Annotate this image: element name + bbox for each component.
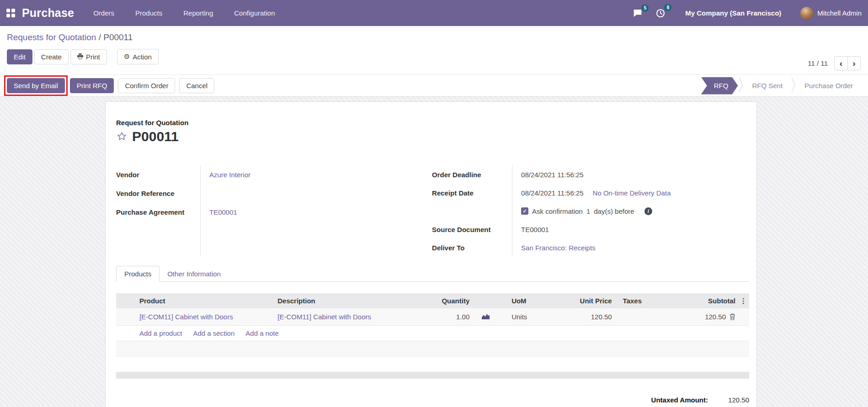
field-group-right: Order Deadline Receipt Date Source Docum… xyxy=(432,165,749,257)
record-reference: P00011 xyxy=(132,129,179,144)
app-brand[interactable]: Purchase xyxy=(22,6,74,20)
stage-rfq-sent[interactable]: RFQ Sent xyxy=(744,77,790,95)
empty-table-row xyxy=(116,341,749,357)
field-label-vendor: Vendor xyxy=(116,165,200,184)
messages-button[interactable]: 5 xyxy=(633,7,645,19)
doc-type-label: Request for Quotation xyxy=(116,119,749,127)
field-label-purchase-agreement: Purchase Agreement xyxy=(116,203,200,222)
field-label-order-deadline: Order Deadline xyxy=(432,165,512,184)
order-lines-table: Product Description Quantity UoM Unit Pr… xyxy=(116,293,749,379)
untaxed-amount-value: 120.50 xyxy=(708,396,749,404)
field-label-receipt-date: Receipt Date xyxy=(432,184,512,202)
confirmation-days-suffix: day(s) before xyxy=(594,207,634,215)
menu-products[interactable]: Products xyxy=(135,9,162,17)
checkmark-icon: ✓ xyxy=(522,208,527,214)
action-button[interactable]: ⚙ Action xyxy=(117,49,159,64)
field-value-source-document: TE00001 xyxy=(521,226,549,233)
column-header-description: Description xyxy=(274,293,410,308)
edit-button[interactable]: Edit xyxy=(7,49,32,64)
field-value-vendor[interactable]: Azure Interior xyxy=(209,171,250,179)
print-rfq-button[interactable]: Print RFQ xyxy=(70,78,114,93)
messages-badge: 5 xyxy=(641,5,649,11)
user-menu[interactable]: Mitchell Admin xyxy=(800,7,862,20)
tutorial-highlight-box: Send by Email xyxy=(4,75,68,96)
field-label-source-document: Source Document xyxy=(432,220,512,238)
statusbar-stages: RFQ RFQ Sent Purchase Order xyxy=(701,77,861,95)
field-group-left: Vendor Vendor Reference Purchase Agreeme… xyxy=(116,165,399,257)
row-handle xyxy=(116,308,136,325)
action-button-label: Action xyxy=(133,53,152,61)
empty-table-row xyxy=(116,357,749,372)
column-header-product: Product xyxy=(136,293,274,308)
optional-columns-toggle[interactable]: ⋮ xyxy=(740,297,747,305)
apps-menu-icon[interactable] xyxy=(6,9,16,18)
add-a-section-link[interactable]: Add a section xyxy=(193,329,234,337)
menu-reporting[interactable]: Reporting xyxy=(183,9,213,17)
pager-next-button[interactable]: › xyxy=(847,56,861,70)
favorite-star-icon[interactable] xyxy=(116,131,128,142)
confirm-order-button[interactable]: Confirm Order xyxy=(118,78,175,93)
field-value-receipt-date: 08/24/2021 11:56:25 xyxy=(521,189,584,197)
chat-bubble-icon xyxy=(633,11,642,19)
chevron-right-icon: › xyxy=(852,58,855,69)
forecast-chart-icon[interactable] xyxy=(481,313,490,321)
pager: 11 / 11 ‹ › xyxy=(808,56,861,70)
printer-icon xyxy=(77,53,83,61)
row-description: [E-COM11] Cabinet with Doors xyxy=(274,308,410,325)
menu-configuration[interactable]: Configuration xyxy=(234,9,275,17)
cancel-button[interactable]: Cancel xyxy=(179,78,214,93)
pager-previous-button[interactable]: ‹ xyxy=(834,56,847,70)
activities-button[interactable]: 8 xyxy=(656,7,668,19)
row-unit-price: 120.50 xyxy=(544,308,615,325)
form-view-background: Request for Quotation P00011 Vendor Vend… xyxy=(0,97,868,407)
user-name: Mitchell Admin xyxy=(817,9,862,17)
control-panel-buttons: Edit Create Print ⚙ Action xyxy=(7,49,861,64)
field-value-deliver-to[interactable]: San Francisco: Receipts xyxy=(521,244,596,252)
table-header-row: Product Description Quantity UoM Unit Pr… xyxy=(116,293,749,308)
row-subtotal: 120.50 xyxy=(705,313,726,321)
chevron-left-icon: ‹ xyxy=(840,58,842,69)
field-value-purchase-agreement[interactable]: TE00001 xyxy=(209,208,237,216)
table-row: [E-COM11] Cabinet with Doors [E-COM11] C… xyxy=(116,308,749,326)
menu-orders[interactable]: Orders xyxy=(93,9,114,17)
breadcrumb-parent-link[interactable]: Requests for Quotation xyxy=(7,32,96,42)
row-uom: Units xyxy=(499,308,544,325)
form-sheet: Request for Quotation P00011 Vendor Vend… xyxy=(105,101,757,407)
column-header-taxes: Taxes xyxy=(615,293,665,308)
tab-other-information[interactable]: Other Information xyxy=(160,266,229,281)
row-product-link[interactable]: [E-COM11] Cabinet with Doors xyxy=(139,313,233,321)
delete-row-icon[interactable] xyxy=(730,313,735,320)
activities-badge: 8 xyxy=(664,4,671,11)
add-a-note-link[interactable]: Add a note xyxy=(245,329,279,337)
confirmation-days-value: 1 xyxy=(586,207,590,215)
field-label-vendor-reference: Vendor Reference xyxy=(116,184,200,203)
field-value-order-deadline: 08/24/2021 11:56:25 xyxy=(521,171,584,179)
create-button[interactable]: Create xyxy=(34,49,69,64)
totals-section: Untaxed Amount: 120.50 xyxy=(116,396,749,404)
top-navbar: Purchase Orders Products Reporting Confi… xyxy=(0,0,868,26)
stage-separator-icon xyxy=(791,76,796,95)
stage-purchase-order[interactable]: Purchase Order xyxy=(797,77,861,95)
add-a-product-link[interactable]: Add a product xyxy=(139,329,182,337)
statusbar: Send by Email Print RFQ Confirm Order Ca… xyxy=(0,74,868,97)
untaxed-amount-label: Untaxed Amount: xyxy=(651,396,708,404)
tab-products[interactable]: Products xyxy=(116,266,160,282)
handle-column-header xyxy=(116,293,136,308)
print-button[interactable]: Print xyxy=(70,49,107,64)
column-header-forecast xyxy=(472,293,499,308)
column-header-unit-price: Unit Price xyxy=(544,293,615,308)
navbar-right: 5 8 My Company (San Francisco) Mitchell … xyxy=(633,7,862,20)
info-icon[interactable]: i xyxy=(644,207,652,215)
breadcrumb-current: P00011 xyxy=(103,32,133,42)
row-quantity: 1.00 xyxy=(411,308,473,325)
column-header-quantity: Quantity xyxy=(411,293,473,308)
ask-confirmation-checkbox[interactable]: ✓ xyxy=(521,207,528,215)
send-by-email-button[interactable]: Send by Email xyxy=(7,78,65,93)
field-groups: Vendor Vendor Reference Purchase Agreeme… xyxy=(116,165,749,257)
column-header-uom: UoM xyxy=(499,293,544,308)
breadcrumb-separator: / xyxy=(99,32,101,42)
clock-icon xyxy=(656,11,665,19)
stage-rfq[interactable]: RFQ xyxy=(701,77,738,95)
main-menu: Orders Products Reporting Configuration xyxy=(93,9,275,17)
company-switcher[interactable]: My Company (San Francisco) xyxy=(685,9,781,17)
